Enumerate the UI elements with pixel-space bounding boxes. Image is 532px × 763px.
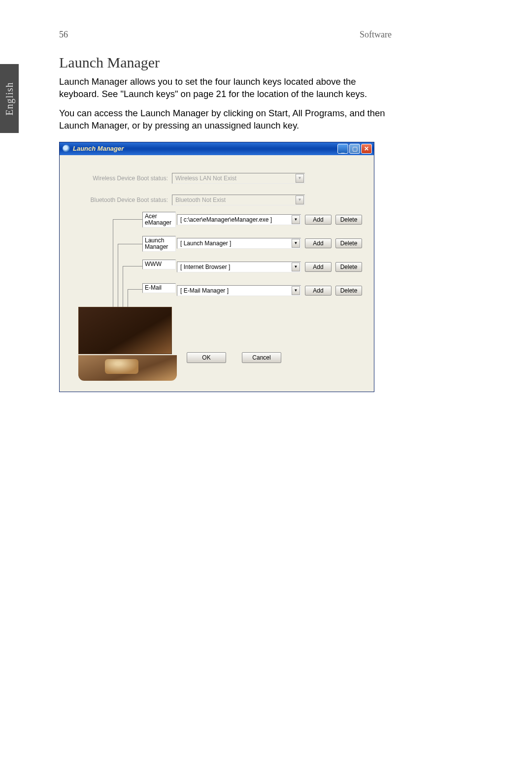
delete-button[interactable]: Delete [335,286,362,296]
close-button[interactable]: ✕ [361,144,372,154]
maximize-icon: ▢ [352,145,358,152]
language-tab: English [0,64,19,133]
chevron-down-icon: ▼ [296,174,304,183]
minimize-button[interactable]: _ [337,144,348,154]
cancel-button[interactable]: Cancel [242,352,281,363]
add-button[interactable]: Add [305,215,332,225]
chevron-down-icon[interactable]: ▼ [292,286,300,295]
titlebar[interactable]: Launch Manager _ ▢ ✕ [60,142,374,155]
minimize-icon: _ [341,147,345,154]
page-number: 56 [59,30,68,40]
emanager-value: [ c:\acer\eManager\eManager.exe ] [177,216,291,223]
wireless-boot-value: Wireless LAN Not Exist [172,175,295,182]
window-title: Launch Manager [73,145,337,152]
wireless-boot-dropdown: Wireless LAN Not Exist ▼ [172,173,305,184]
key-label-emanager: Acer eManager [142,212,176,228]
ok-button[interactable]: OK [187,352,226,363]
www-dropdown[interactable]: [ Internet Browser ] ▼ [177,262,301,272]
bluetooth-boot-dropdown: Bluetooth Not Exist ▼ [172,195,305,205]
key-label-launchmanager: Launch Manager [142,236,176,252]
chevron-down-icon[interactable]: ▼ [292,215,300,224]
key-label-email: E-Mail [142,283,176,293]
email-dropdown[interactable]: [ E-Mail Manager ] ▼ [177,285,301,296]
delete-button[interactable]: Delete [335,262,362,272]
emanager-dropdown[interactable]: [ c:\acer\eManager\eManager.exe ] ▼ [177,214,301,225]
launchmanager-dropdown[interactable]: [ Launch Manager ] ▼ [177,238,301,249]
www-value: [ Internet Browser ] [177,264,291,270]
chevron-down-icon: ▼ [296,196,304,204]
key-label-www: WWW [142,260,176,269]
language-label: English [4,82,15,115]
bluetooth-boot-value: Bluetooth Not Exist [172,197,295,203]
laptop-illustration [78,307,177,381]
bluetooth-boot-label: Bluetooth Device Boot status: [84,197,168,203]
launchmanager-value: [ Launch Manager ] [177,240,291,247]
add-button[interactable]: Add [305,238,332,248]
add-button[interactable]: Add [305,286,332,296]
chevron-down-icon[interactable]: ▼ [292,263,300,271]
section-label: Software [360,30,392,40]
close-icon: ✕ [364,145,369,152]
app-icon [63,145,70,152]
email-value: [ E-Mail Manager ] [177,287,291,294]
body-paragraph-1: Launch Manager allows you to set the fou… [59,76,389,100]
add-button[interactable]: Add [305,262,332,272]
chevron-down-icon[interactable]: ▼ [292,239,300,248]
page-title: Launch Manager [59,54,389,71]
body-paragraph-2: You can access the Launch Manager by cli… [59,107,389,132]
wireless-boot-label: Wireless Device Boot status: [84,175,168,182]
maximize-button: ▢ [349,144,360,154]
delete-button[interactable]: Delete [335,238,362,248]
delete-button[interactable]: Delete [335,215,362,225]
launch-manager-window: Launch Manager _ ▢ ✕ Wireless Device Boo… [59,142,374,392]
